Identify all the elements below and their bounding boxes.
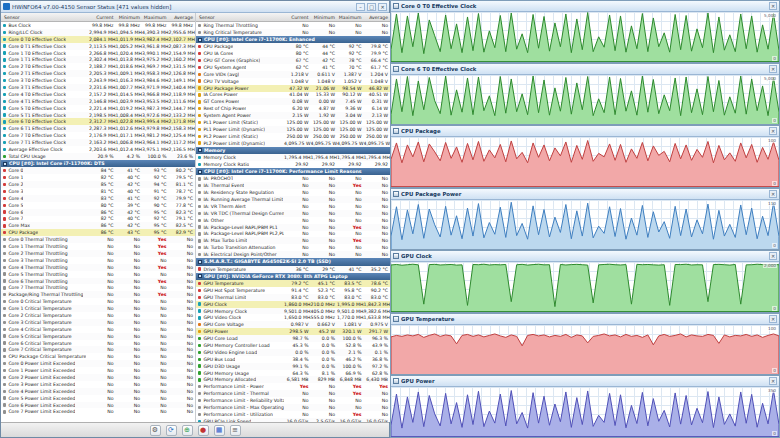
sensor-row[interactable]: Core 782 °C40 °C92 °C79.1 °C xyxy=(1,216,195,223)
add-graph-button[interactable]: ⊕ xyxy=(182,425,193,436)
sensor-row[interactable]: GPU Video Engine Load0.0 %0.0 %2.1 %0.1 … xyxy=(196,349,390,356)
sensor-row[interactable]: IA Cores Power41.04 W15.33 W90.12 W40.51… xyxy=(196,92,390,99)
sensor-row[interactable]: Core VIDs (avg)1.218 V0.611 V1.387 V1.20… xyxy=(196,71,390,78)
graph-titlebar[interactable]: GPU Temperature✕ xyxy=(391,314,779,325)
graph-titlebar[interactable]: CPU Package✕ xyxy=(391,126,779,137)
sensor-row[interactable]: Core 6 Thermal ThrottlingNoNoYesNo xyxy=(1,278,195,285)
sensor-row[interactable]: System Agent Power2.15 W1.92 W3.04 W2.13… xyxy=(196,112,390,119)
sensor-row[interactable]: Core 6 T0 Effective Clock2,312.7 MHz1,02… xyxy=(1,118,195,125)
section-header[interactable]: GPU [#0]: NVIDIA GeForce RTX 3080: 8th A… xyxy=(196,273,390,281)
sensor-row[interactable]: Ring Critical TemperatureNoNoNoNo xyxy=(196,29,390,36)
sensor-row[interactable]: Core 1 T1 Effective Clock2,302.4 MHz1,01… xyxy=(1,56,195,63)
sensor-row[interactable]: GPU Video Clock1,650.0 MHz555.0 MHz1,770… xyxy=(196,314,390,321)
sensor-row[interactable]: Core 7 Power Limit ExceededNoNoNoNo xyxy=(1,408,195,415)
sensor-row[interactable]: Performance Limit - Reliability VoltageN… xyxy=(196,397,390,404)
sensor-row[interactable]: Core 5 T1 Effective Clock2,198.5 MHz1,00… xyxy=(1,112,195,119)
sensor-row[interactable]: Performance Limit - ThermalNoNoYesNo xyxy=(196,390,390,397)
report-button[interactable]: ▦ xyxy=(214,425,225,436)
sensor-row[interactable]: CPU Package Power47.32 W21.06 W98.54 W46… xyxy=(196,85,390,92)
logging-button[interactable]: ● xyxy=(198,425,209,436)
sensor-row[interactable]: Core 1 Power Limit ExceededNoNoNoNo xyxy=(1,367,195,374)
graph-close-icon[interactable]: ✕ xyxy=(769,65,777,73)
sensor-row[interactable]: Core 0 Thermal ThrottlingNoNoYesNo xyxy=(1,236,195,243)
sensor-row[interactable]: Memory Clock1,795.4 MHz1,795.4 MHz1,795.… xyxy=(196,154,390,161)
sensor-row[interactable]: Core 3 T0 Effective Clock2,243.9 MHz1,01… xyxy=(1,77,195,84)
sensor-row[interactable]: Core 0 T0 Effective Clock2,084.1 MHz1,01… xyxy=(1,36,195,43)
graph-close-icon[interactable]: ✕ xyxy=(769,190,777,198)
sensor-row[interactable]: Performance Limit - PowerYesNoYesYes xyxy=(196,383,390,390)
sensor-row[interactable]: Core 4 Thermal ThrottlingNoNoYesNo xyxy=(1,264,195,271)
sensor-row[interactable]: IA: VR TDC (Thermal Design Current)NoNoN… xyxy=(196,210,390,217)
sensor-row[interactable]: Ring/LLC Clock2,994.9 MHz1,094.5 MHz4,39… xyxy=(1,29,195,36)
sensor-row[interactable]: Core 2 Power Limit ExceededNoNoNoNo xyxy=(1,374,195,381)
sensor-row[interactable]: GPU Bus Load38.4 %0.0 %46.2 %36.8 % xyxy=(196,356,390,363)
sensor-row[interactable]: IA: Electrical Design Point/OtherNoNoNoN… xyxy=(196,251,390,258)
sensor-row[interactable]: IA: Running Average Thermal LimitNoNoNoN… xyxy=(196,196,390,203)
minimize-button[interactable]: – xyxy=(356,3,365,11)
sensor-row[interactable]: IA: Package-Level RAPL/PBM PL2,PL3NoNoNo… xyxy=(196,231,390,238)
sensor-row[interactable]: Core 1 Thermal ThrottlingNoNoYesNo xyxy=(1,243,195,250)
sensor-row[interactable]: Core 5 T0 Effective Clock2,221.4 MHz1,01… xyxy=(1,105,195,112)
sensor-row[interactable]: Core 4 T1 Effective Clock2,146.8 MHz1,00… xyxy=(1,98,195,105)
sensor-row[interactable]: Core 2 Thermal ThrottlingNoNoYesNo xyxy=(1,250,195,257)
sensor-row[interactable]: Core 7 Thermal ThrottlingNoNoNoNo xyxy=(1,284,195,291)
sensor-row[interactable]: Core 7 T0 Effective Clock2,176.9 MHz1,01… xyxy=(1,132,195,139)
section-header[interactable]: CPU [#0]: Intel Core i7-11700K: DTS xyxy=(1,160,195,168)
sensor-row[interactable]: Core 3 Critical TemperatureNoNoNoNo xyxy=(1,319,195,326)
sensor-row[interactable]: Core 5 Power Limit ExceededNoNoNoNo xyxy=(1,395,195,402)
sensor-row[interactable]: PL1 Power Limit (Dynamic)125.00 W125.00 … xyxy=(196,126,390,133)
sensor-window-titlebar[interactable]: HWiNFO64 v7.00-4150 Sensor Status [471 v… xyxy=(1,1,389,13)
sensor-row[interactable]: Core 4 T0 Effective Clock2,157.2 MHz1,01… xyxy=(1,91,195,98)
sensor-row[interactable]: GT Cores Power0.08 W0.00 W7.45 W0.31 W xyxy=(196,98,390,105)
reset-minmax-button[interactable]: ⟳ xyxy=(166,425,177,436)
sensor-row[interactable]: Core 2 Critical TemperatureNoNoNoNo xyxy=(1,312,195,319)
sensor-row[interactable]: CPU Package86 °C43 °C95 °C82.9 °C xyxy=(1,229,195,236)
sensor-row[interactable]: Core 5 Thermal ThrottlingNoNoNoNo xyxy=(1,271,195,278)
sensor-row[interactable]: CPU Package Critical TemperatureNoNoNoNo xyxy=(1,353,195,360)
sensor-row[interactable]: CPU Package80 °C44 °C92 °C79.8 °C xyxy=(196,43,390,50)
sensor-row[interactable]: Average Effective Clock2,203.6 MHz1,012.… xyxy=(1,146,195,153)
sensor-row[interactable]: Total CPU Usage20.9 %4.2 %100.0 %23.6 % xyxy=(1,153,195,160)
sensor-row[interactable]: PL1 Power Limit (Static)125.00 W125.00 W… xyxy=(196,119,390,126)
sensor-row[interactable]: CPU System Agent62 °C41 °C70 °C61.7 °C xyxy=(196,64,390,71)
sensor-row[interactable]: GPU Memory Usage64.3 %8.1 %66.9 %62.8 % xyxy=(196,370,390,377)
sensor-row[interactable]: Memory Clock Ratio29.9229.9229.9229.92 xyxy=(196,161,390,168)
graph-titlebar[interactable]: GPU Clock✕ xyxy=(391,251,779,262)
sensor-row[interactable]: IA: Thermal EventNoNoYesNo xyxy=(196,182,390,189)
graph-titlebar[interactable]: GPU Power✕ xyxy=(391,376,779,387)
sensor-row[interactable]: Core 2 T1 Effective Clock2,205.3 MHz1,00… xyxy=(1,70,195,77)
section-header[interactable]: Memory xyxy=(196,147,390,155)
graph-close-icon[interactable]: ✕ xyxy=(769,377,777,385)
section-header[interactable]: CPU [#0]: Intel Core i7-11700K: Enhanced xyxy=(196,36,390,44)
sensor-row[interactable]: Core Max86 °C42 °C95 °C82.5 °C xyxy=(1,222,195,229)
sensor-row[interactable]: GPU Memory Clock9,501.0 MHz405.0 MHz9,50… xyxy=(196,308,390,315)
sensor-row[interactable]: GPU Clock1,860.0 MHz210.0 MHz1,995.0 MHz… xyxy=(196,301,390,308)
sensor-row[interactable]: Core 084 °C41 °C93 °C80.2 °C xyxy=(1,167,195,174)
sensor-row[interactable]: GPU Core Voltage0.987 V0.662 V1.081 V0.9… xyxy=(196,321,390,328)
sensor-row[interactable]: Core 381 °C40 °C91 °C78.7 °C xyxy=(1,188,195,195)
sensor-row[interactable]: Package/Ring Thermal ThrottlingNoNoYesNo xyxy=(1,291,195,298)
sensor-row[interactable]: Core 1 Critical TemperatureNoNoNoNo xyxy=(1,305,195,312)
sensor-row[interactable]: Core 1 T0 Effective Clock2,266.8 MHz1,02… xyxy=(1,50,195,57)
sensor-row[interactable]: Core 2 T0 Effective Clock2,188.7 MHz1,01… xyxy=(1,63,195,70)
sensor-row[interactable]: IA: Package-Level RAPL/PBM PL1NoNoYesNo xyxy=(196,224,390,231)
graph-close-icon[interactable]: ✕ xyxy=(769,2,777,10)
sensor-row[interactable]: Performance Limit - UtilizationNoNoYesNo xyxy=(196,411,390,418)
sensor-row[interactable]: GPU Temperature79.2 °C45.1 °C83.5 °C78.6… xyxy=(196,280,390,287)
sensor-row[interactable]: PL2 Power Limit (Static)250.00 W250.00 W… xyxy=(196,133,390,140)
sensor-row[interactable]: IA: PROCHOTNoNoNoNo xyxy=(196,175,390,182)
sensor-row[interactable]: Drive Temperature36 °C29 °C41 °C35.2 °C xyxy=(196,266,390,273)
sensor-row[interactable]: GPU Core Load98.7 %0.0 %100.0 %96.3 % xyxy=(196,335,390,342)
sensor-row[interactable]: Core 6 T1 Effective Clock2,287.3 MHz1,01… xyxy=(1,125,195,132)
sensor-row[interactable]: Core 6 Power Limit ExceededNoNoNoNo xyxy=(1,402,195,409)
graph-titlebar[interactable]: CPU Package Power✕ xyxy=(391,189,779,200)
sensor-row[interactable]: CPU TV Voltage1.048 V1.048 V1.052 V1.048… xyxy=(196,78,390,85)
sensor-row[interactable]: Rest of Chip Power6.20 W4.87 W9.36 W6.14… xyxy=(196,105,390,112)
sensor-row[interactable]: IA: Turbo Transition AttenuationNoNoNoNo xyxy=(196,244,390,251)
sensor-row[interactable]: Core 0 Power Limit ExceededNoNoNoNo xyxy=(1,360,195,367)
sensor-row[interactable]: IA: Max Turbo LimitNoNoYesNo xyxy=(196,237,390,244)
sensor-row[interactable]: Core 3 Power Limit ExceededNoNoNoNo xyxy=(1,381,195,388)
graph-close-icon[interactable]: ✕ xyxy=(769,315,777,323)
sensor-row[interactable]: CPU IA Cores80 °C44 °C92 °C79.9 °C xyxy=(196,50,390,57)
sensor-row[interactable]: PL2 Power Limit (Dynamic)4,095.75 W4,095… xyxy=(196,140,390,147)
